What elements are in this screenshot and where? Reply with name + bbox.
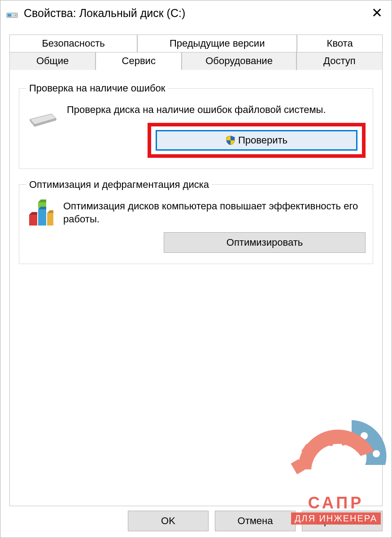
svg-marker-13 bbox=[47, 210, 53, 213]
optimize-description: Оптимизация дисков компьютера повышает э… bbox=[63, 200, 366, 226]
group-legend: Оптимизация и дефрагментация диска bbox=[26, 179, 212, 191]
button-label: Проверить bbox=[238, 134, 287, 146]
button-label: OK bbox=[161, 515, 175, 527]
tab-label: Безопасность bbox=[42, 38, 105, 49]
ok-button[interactable]: OK bbox=[128, 511, 209, 531]
tab-previous-versions[interactable]: Предыдущие версии bbox=[137, 35, 297, 52]
svg-rect-7 bbox=[38, 209, 46, 226]
tab-security[interactable]: Безопасность bbox=[9, 35, 137, 52]
tab-label: Оборудование bbox=[205, 55, 273, 66]
drive-icon bbox=[6, 7, 18, 19]
hard-drive-icon bbox=[26, 103, 59, 128]
tab-sharing[interactable]: Доступ bbox=[296, 52, 383, 70]
cancel-button[interactable]: Отмена bbox=[215, 511, 296, 531]
optimize-group: Оптимизация и дефрагментация диска bbox=[19, 179, 373, 264]
svg-rect-9 bbox=[47, 213, 53, 226]
tab-panel: Проверка на наличие ошибок Проверка диск… bbox=[9, 70, 383, 506]
highlight-annotation: Проверить bbox=[148, 123, 366, 158]
tab-general[interactable]: Общие bbox=[9, 52, 96, 70]
tab-strip: Безопасность Предыдущие версии Квота Общ… bbox=[9, 35, 383, 70]
svg-rect-6 bbox=[29, 215, 37, 226]
svg-rect-1 bbox=[8, 14, 11, 17]
shield-icon bbox=[226, 135, 235, 145]
dialog-content: Безопасность Предыдущие версии Квота Общ… bbox=[0, 26, 392, 506]
window-title: Свойства: Локальный диск (C:) bbox=[24, 7, 368, 20]
properties-dialog: Свойства: Локальный диск (C:) ✕ Безопасн… bbox=[0, 0, 392, 538]
tab-label: Квота bbox=[327, 38, 353, 49]
apply-button[interactable]: Применить bbox=[302, 511, 383, 531]
svg-marker-12 bbox=[38, 200, 46, 202]
error-checking-group: Проверка на наличие ошибок Проверка диск… bbox=[19, 82, 373, 169]
tab-hardware[interactable]: Оборудование bbox=[182, 52, 296, 70]
optimize-button[interactable]: Оптимизировать bbox=[164, 232, 366, 253]
tab-quota[interactable]: Квота bbox=[297, 35, 383, 52]
tab-label: Доступ bbox=[323, 55, 356, 66]
close-button[interactable]: ✕ bbox=[368, 6, 386, 20]
button-label: Оптимизировать bbox=[226, 237, 303, 248]
dialog-footer: OK Отмена Применить bbox=[0, 506, 392, 538]
check-button[interactable]: Проверить bbox=[156, 130, 357, 151]
tab-tools[interactable]: Сервис bbox=[96, 52, 182, 70]
tab-label: Предыдущие версии bbox=[170, 38, 265, 49]
button-label: Отмена bbox=[238, 515, 273, 527]
button-label: Применить bbox=[317, 515, 368, 527]
group-legend: Проверка на наличие ошибок bbox=[26, 82, 168, 94]
tab-label: Общие bbox=[36, 55, 69, 66]
svg-point-2 bbox=[15, 15, 17, 16]
svg-marker-10 bbox=[29, 212, 37, 215]
error-checking-description: Проверка диска на наличие ошибок файлово… bbox=[67, 103, 366, 117]
tab-label: Сервис bbox=[122, 55, 156, 66]
defrag-icon bbox=[26, 200, 55, 228]
titlebar: Свойства: Локальный диск (C:) ✕ bbox=[0, 0, 392, 26]
